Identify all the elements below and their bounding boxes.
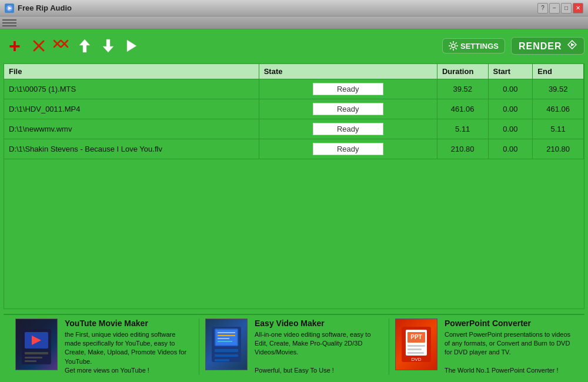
state-cell: Ready [259, 139, 437, 159]
promo-text-easy: Easy Video Maker All-in-one video editin… [255, 319, 383, 376]
duration-cell: 5.11 [437, 119, 488, 139]
promo-item-youtube: YouTute Movie Maker the First, unique vi… [9, 319, 199, 376]
promo-title-powerpoint: PowerPoint Converter [445, 319, 573, 328]
remove-icon [32, 39, 45, 52]
title-bar-left: Free Rip Audio [5, 4, 72, 13]
add-file-button[interactable]: + [4, 35, 26, 56]
promo-thumb-powerpoint: PPT DVD [395, 319, 437, 370]
end-cell: 5.11 [533, 119, 584, 139]
duration-cell: 210.80 [437, 139, 488, 159]
svg-rect-2 [2, 19, 16, 21]
state-cell: Ready [259, 99, 437, 119]
menu-bar [0, 16, 588, 29]
easy-thumb-graphic [209, 324, 244, 365]
svg-text:DVD: DVD [412, 357, 422, 362]
end-cell: 461.06 [533, 99, 584, 119]
end-cell: 39.52 [533, 79, 584, 99]
svg-marker-12 [103, 39, 113, 52]
state-badge: Ready [313, 123, 383, 135]
start-cell: 0.00 [488, 139, 533, 159]
state-badge: Ready [313, 83, 383, 95]
state-badge: Ready [313, 143, 383, 155]
toolbar-left: + [4, 35, 141, 56]
file-cell: D:\1\HDV_0011.MP4 [4, 99, 259, 119]
menu-icon [2, 18, 16, 28]
promo-desc-youtube: the First, unique video editing software… [65, 330, 193, 376]
promo-desc-powerpoint: Convert PowerPoint presentations to vide… [445, 330, 573, 376]
move-up-button[interactable] [75, 36, 94, 55]
svg-marker-13 [127, 40, 136, 52]
start-cell: 0.00 [488, 99, 533, 119]
help-button[interactable]: ? [537, 3, 548, 14]
table-row[interactable]: D:\1\00075 (1).MTS Ready 39.52 0.00 39.5… [4, 79, 584, 99]
state-cell: Ready [259, 79, 437, 99]
promo-item-easy: Easy Video Maker All-in-one video editin… [199, 319, 389, 376]
start-cell: 0.00 [488, 119, 533, 139]
promo-thumb-youtube [15, 319, 58, 370]
promo-title-easy: Easy Video Maker [255, 319, 383, 328]
state-badge: Ready [313, 103, 383, 115]
title-controls: ? − □ ✕ [537, 3, 583, 14]
move-up-icon [78, 38, 91, 53]
svg-rect-38 [407, 349, 422, 350]
file-cell: D:\1\Shakin Stevens - Because I Love You… [4, 139, 259, 159]
col-header-file: File [4, 64, 259, 79]
col-header-start: Start [488, 64, 533, 79]
render-icon [567, 40, 577, 49]
youtube-thumb-graphic [19, 326, 54, 367]
svg-rect-37 [407, 345, 425, 347]
title-bar: Free Rip Audio ? − □ ✕ [0, 0, 588, 16]
svg-rect-30 [215, 349, 238, 352]
promo-title-youtube: YouTute Movie Maker [65, 319, 193, 328]
close-button[interactable]: ✕ [573, 3, 583, 14]
col-header-state: State [259, 64, 437, 79]
table-row[interactable]: D:\1\newwmv.wmv Ready 5.11 0.00 5.11 [4, 119, 584, 139]
play-button[interactable] [122, 36, 141, 55]
svg-rect-21 [25, 357, 42, 358]
promo-text-youtube: YouTute Movie Maker the First, unique vi… [65, 319, 193, 376]
svg-marker-16 [571, 43, 574, 46]
promo-text-powerpoint: PowerPoint Converter Convert PowerPoint … [445, 319, 573, 376]
svg-rect-3 [2, 22, 16, 24]
state-cell: Ready [259, 119, 437, 139]
render-button[interactable]: RENDER [511, 37, 584, 55]
duration-cell: 39.52 [437, 79, 488, 99]
maximize-button[interactable]: □ [561, 3, 572, 14]
remove-file-button[interactable] [31, 36, 47, 55]
svg-rect-32 [215, 359, 229, 361]
promo-thumb-easy [205, 319, 248, 370]
table-header-row: File State Duration Start End [4, 64, 584, 79]
svg-point-14 [452, 44, 455, 48]
file-table-container: File State Duration Start End D:\1\00075… [4, 63, 584, 309]
play-icon [125, 39, 139, 53]
remove-all-icon [53, 39, 69, 52]
end-cell: 210.80 [533, 139, 584, 159]
settings-button[interactable]: SETTINGS [442, 38, 505, 53]
app-icon [5, 4, 14, 13]
bottom-promo: YouTute Movie Maker the First, unique vi… [4, 314, 584, 378]
svg-rect-22 [25, 360, 36, 362]
main-content: + [0, 29, 588, 382]
svg-rect-4 [2, 25, 16, 26]
svg-rect-31 [215, 354, 238, 357]
svg-rect-25 [216, 330, 237, 345]
table-row[interactable]: D:\1\HDV_0011.MP4 Ready 461.06 0.00 461.… [4, 99, 584, 119]
title-text: Free Rip Audio [18, 4, 72, 12]
col-header-duration: Duration [437, 64, 488, 79]
svg-rect-20 [25, 352, 48, 354]
start-cell: 0.00 [488, 79, 533, 99]
promo-desc-easy: All-in-one video editing software, easy … [255, 330, 383, 376]
toolbar-right: SETTINGS RENDER [442, 37, 584, 55]
minimize-button[interactable]: − [549, 3, 560, 14]
move-down-button[interactable] [99, 36, 118, 55]
table-row[interactable]: D:\1\Shakin Stevens - Because I Love You… [4, 139, 584, 159]
file-table-body: D:\1\00075 (1).MTS Ready 39.52 0.00 39.5… [4, 79, 584, 159]
svg-rect-39 [407, 352, 424, 354]
pp-thumb-graphic: PPT DVD [399, 324, 434, 365]
remove-all-button[interactable] [52, 36, 71, 55]
file-table: File State Duration Start End D:\1\00075… [4, 64, 584, 159]
file-cell: D:\1\newwmv.wmv [4, 119, 259, 139]
promo-item-powerpoint: PPT DVD PowerPoint Converter Convert Pow… [389, 319, 579, 376]
move-down-icon [102, 38, 115, 53]
svg-marker-11 [79, 39, 90, 52]
